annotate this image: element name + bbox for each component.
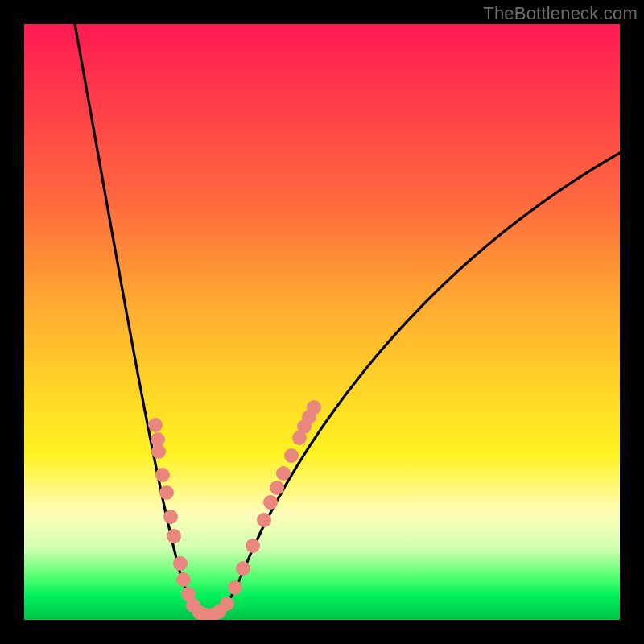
data-dot	[292, 431, 307, 445]
chart-svg	[24, 24, 620, 620]
data-dot	[148, 418, 163, 432]
data-dot	[205, 608, 220, 620]
data-dot	[212, 605, 226, 619]
data-dot	[257, 513, 271, 527]
chart-frame: TheBottleneck.com	[0, 0, 644, 644]
data-dot	[151, 444, 166, 459]
data-dot	[199, 608, 213, 620]
curve-path	[75, 24, 620, 616]
data-dot	[159, 485, 174, 500]
data-dot	[151, 432, 165, 447]
data-dot	[297, 419, 312, 434]
data-dot	[270, 481, 284, 495]
data-dot	[236, 561, 250, 576]
data-dot	[228, 580, 242, 595]
data-dot	[155, 468, 170, 482]
data-dot	[176, 572, 191, 587]
data-dot	[284, 448, 299, 463]
dots-layer	[148, 400, 321, 620]
data-dot	[186, 598, 200, 613]
data-dot	[302, 410, 316, 424]
data-dot	[173, 556, 188, 571]
watermark: TheBottleneck.com	[483, 3, 638, 24]
data-dot	[192, 605, 207, 620]
data-dot	[276, 466, 291, 481]
data-dot	[263, 495, 278, 510]
data-dot	[246, 539, 260, 553]
data-dot	[167, 529, 181, 543]
data-dot	[163, 510, 178, 524]
data-dot	[220, 597, 234, 611]
data-dot	[181, 587, 196, 601]
plot-area	[24, 24, 620, 620]
data-dot	[307, 400, 321, 415]
